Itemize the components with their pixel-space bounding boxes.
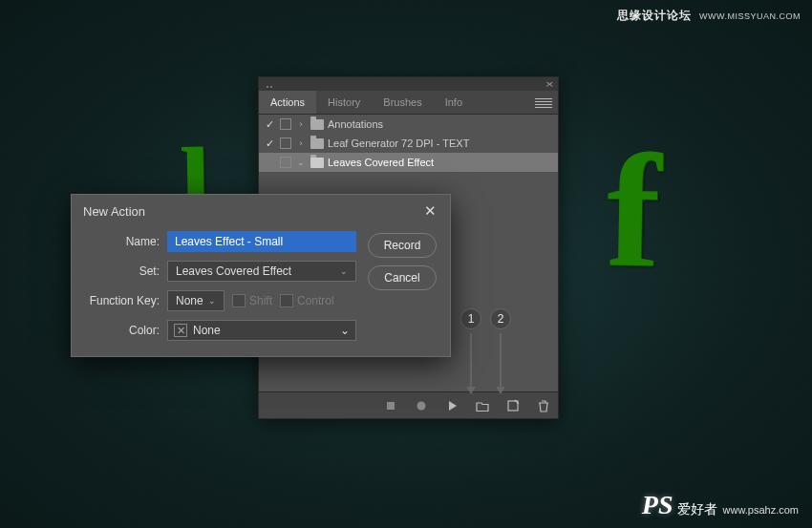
set-value: Leaves Covered Effect (176, 264, 291, 278)
action-row-leafgen[interactable]: ✓ › Leaf Generator 72 DPI - TEXT (259, 134, 558, 153)
tab-info[interactable]: Info (434, 91, 474, 114)
svg-rect-2 (508, 401, 518, 411)
toggle-dialog-icon[interactable] (280, 118, 291, 130)
new-action-icon[interactable] (506, 399, 520, 412)
color-none-icon: ✕ (174, 324, 187, 337)
play-icon[interactable] (445, 399, 459, 412)
dialog-title: New Action (83, 204, 145, 219)
color-value: None (193, 324, 334, 337)
callout-number: 2 (490, 308, 511, 329)
chevron-down-icon: ⌄ (208, 296, 216, 306)
action-row-leaves-covered[interactable]: ⌄ Leaves Covered Effect (259, 153, 558, 172)
set-label: Set: (75, 264, 160, 278)
control-checkbox: Control (280, 294, 334, 307)
function-key-select[interactable]: None ⌄ (167, 290, 224, 311)
stop-icon[interactable] (384, 399, 397, 412)
folder-icon (310, 119, 324, 130)
arrow-shaft-icon (500, 333, 502, 387)
color-select[interactable]: ✕ None ⌄ (167, 320, 356, 341)
watermark-ch: 爱好者 (677, 501, 717, 518)
shift-checkbox: Shift (232, 294, 272, 307)
toggle-check-icon[interactable] (263, 156, 276, 169)
set-select[interactable]: Leaves Covered Effect ⌄ (167, 261, 356, 282)
watermark-ps-logo: PS (642, 490, 673, 520)
new-set-folder-icon[interactable] (476, 399, 489, 412)
callout-marker-1: 1 (460, 308, 481, 394)
tab-actions[interactable]: Actions (259, 91, 316, 114)
watermark-url: www.psahz.com (723, 504, 799, 516)
trash-icon[interactable] (537, 399, 550, 412)
background-leaf-text-f: f (606, 118, 663, 306)
panel-close-icon[interactable]: × (545, 78, 553, 90)
dialog-titlebar[interactable]: New Action ✕ (72, 195, 450, 227)
checkbox-icon (232, 294, 246, 307)
color-label: Color: (75, 324, 160, 337)
name-input[interactable] (167, 231, 356, 252)
svg-point-1 (417, 401, 426, 410)
chevron-down-icon: ⌄ (340, 324, 350, 337)
tab-history[interactable]: History (316, 91, 372, 114)
svg-rect-0 (387, 402, 395, 410)
action-label: Leaves Covered Effect (328, 157, 434, 168)
record-icon[interactable] (415, 399, 428, 412)
expand-arrow-icon[interactable]: › (295, 118, 307, 130)
toggle-dialog-icon[interactable] (280, 157, 291, 168)
function-key-label: Function Key: (75, 294, 160, 307)
arrow-head-icon (496, 387, 505, 394)
watermark-top-text: 思缘设计论坛 (617, 9, 692, 22)
name-label: Name: (75, 235, 160, 248)
expand-arrow-icon[interactable]: › (295, 137, 307, 149)
panel-collapse-dots-icon[interactable] (265, 78, 272, 90)
panel-drag-bar[interactable]: × (259, 77, 558, 91)
watermark-bottom: PS 爱好者 www.psahz.com (642, 490, 799, 520)
toggle-check-icon[interactable]: ✓ (263, 117, 276, 131)
panel-footer (259, 391, 558, 418)
action-label: Annotations (328, 118, 383, 130)
watermark-top: 思缘设计论坛 WWW.MISSYUAN.COM (617, 8, 801, 24)
arrow-head-icon (466, 387, 476, 394)
toggle-check-icon[interactable]: ✓ (263, 137, 276, 150)
arrow-shaft-icon (470, 333, 472, 387)
expand-arrow-icon[interactable]: ⌄ (295, 157, 307, 168)
folder-icon (310, 138, 324, 149)
tab-brushes[interactable]: Brushes (372, 91, 433, 114)
new-action-dialog: New Action ✕ Name: Set: Leaves Covered E… (71, 194, 451, 357)
chevron-down-icon: ⌄ (340, 266, 348, 276)
toggle-dialog-icon[interactable] (280, 137, 291, 149)
cancel-button[interactable]: Cancel (368, 265, 437, 290)
close-icon[interactable]: ✕ (421, 202, 438, 220)
callout-number: 1 (460, 308, 481, 329)
checkbox-icon (280, 294, 293, 307)
panel-menu-icon[interactable] (535, 97, 552, 109)
watermark-top-url: WWW.MISSYUAN.COM (699, 11, 801, 21)
folder-open-icon (310, 158, 324, 168)
action-label: Leaf Generator 72 DPI - TEXT (328, 137, 469, 149)
record-button[interactable]: Record (368, 233, 437, 258)
action-row-annotations[interactable]: ✓ › Annotations (259, 115, 558, 134)
callout-marker-2: 2 (490, 308, 511, 394)
fkey-value: None (176, 294, 203, 307)
panel-tabs: Actions History Brushes Info (259, 91, 558, 115)
